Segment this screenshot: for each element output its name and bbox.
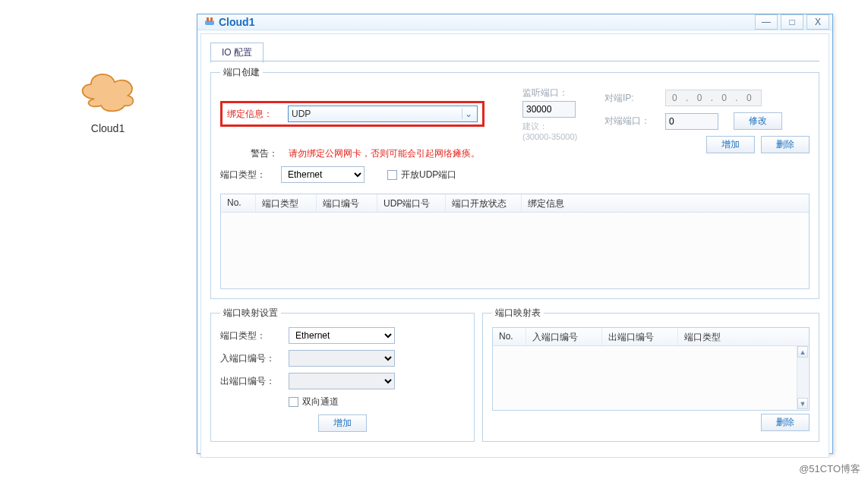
cloud-icon <box>74 65 142 112</box>
listen-port-label: 监听端口： <box>522 87 568 99</box>
svg-rect-1 <box>207 17 209 21</box>
col-udpnum[interactable]: UDP端口号 <box>377 194 446 212</box>
mcol-in[interactable]: 入端口编号 <box>526 328 602 345</box>
add-button[interactable]: 增加 <box>706 136 755 153</box>
peer-port-label: 对端端口： <box>604 115 665 128</box>
port-table-header: No. 端口类型 端口编号 UDP端口号 端口开放状态 绑定信息 <box>221 194 809 213</box>
out-port-select[interactable] <box>289 373 395 389</box>
peer-ip-value[interactable]: 0 . 0 . 0 . 0 <box>665 90 762 106</box>
svg-rect-2 <box>210 17 213 21</box>
fieldset-port-map-table: 端口映射表 No. 入端口编号 出端口编号 端口类型 ▲ ▼ 删除 <box>482 307 819 442</box>
map-port-type-label: 端口类型： <box>220 329 289 342</box>
col-openstat[interactable]: 端口开放状态 <box>446 194 522 212</box>
fieldset-port-map-set: 端口映射设置 端口类型： Ethernet 入端口编号： 出端口编号： <box>210 307 475 442</box>
legend-map-table: 端口映射表 <box>492 307 544 320</box>
open-udp-checkbox[interactable] <box>387 170 397 180</box>
delete-button[interactable]: 删除 <box>761 136 810 153</box>
warn-label: 警告： <box>251 147 289 160</box>
port-type-label: 端口类型： <box>220 169 281 181</box>
bind-info-label: 绑定信息： <box>227 108 288 121</box>
bind-info-highlight: 绑定信息： UDP ⌄ <box>220 101 485 127</box>
scrollbar[interactable]: ▲ ▼ <box>797 346 808 409</box>
col-no[interactable]: No. <box>221 194 256 212</box>
map-add-button[interactable]: 增加 <box>318 414 367 432</box>
maximize-button[interactable]: □ <box>781 14 803 30</box>
suggest-value: (30000-35000) <box>522 132 577 141</box>
modify-button[interactable]: 修改 <box>734 112 782 130</box>
bind-info-dropdown[interactable]: UDP ⌄ <box>288 106 478 122</box>
legend-port-create: 端口创建 <box>220 66 263 79</box>
bidir-checkbox[interactable] <box>289 397 298 407</box>
peer-port-input[interactable] <box>665 113 718 130</box>
col-num[interactable]: 端口编号 <box>317 194 377 212</box>
map-table-header: No. 入端口编号 出端口编号 端口类型 <box>493 328 809 346</box>
in-port-select[interactable] <box>289 350 395 367</box>
scroll-down-icon[interactable]: ▼ <box>797 398 808 409</box>
config-window: Cloud1 — □ X IO 配置 端口创建 绑定信息： UDP ⌄ <box>197 14 833 454</box>
map-table: No. 入端口编号 出端口编号 端口类型 ▲ ▼ <box>492 327 810 411</box>
minimize-button[interactable]: — <box>755 14 778 30</box>
out-port-label: 出端口编号： <box>220 375 289 388</box>
map-port-type-select[interactable]: Ethernet <box>289 327 395 344</box>
scroll-up-icon[interactable]: ▲ <box>797 346 808 358</box>
watermark: @51CTO博客 <box>799 462 860 476</box>
window-title: Cloud1 <box>219 16 752 28</box>
in-port-label: 入端口编号： <box>220 352 289 365</box>
close-button[interactable]: X <box>806 14 829 30</box>
listen-port-input[interactable] <box>522 101 576 118</box>
legend-map-set: 端口映射设置 <box>220 307 281 320</box>
open-udp-label: 开放UDP端口 <box>401 169 456 181</box>
suggest-label: 建议： <box>522 121 548 132</box>
cloud-label: Cloud1 <box>62 122 153 134</box>
port-table: No. 端口类型 端口编号 UDP端口号 端口开放状态 绑定信息 <box>220 194 810 289</box>
port-type-select[interactable]: Ethernet <box>281 166 365 183</box>
col-type[interactable]: 端口类型 <box>256 194 317 212</box>
bind-info-value: UDP <box>292 109 462 119</box>
map-delete-button[interactable]: 删除 <box>761 414 810 431</box>
titlebar[interactable]: Cloud1 — □ X <box>197 14 832 30</box>
cloud-node[interactable]: Cloud1 <box>62 65 153 134</box>
mcol-type[interactable]: 端口类型 <box>678 328 809 345</box>
chevron-down-icon: ⌄ <box>462 109 474 119</box>
col-bindinfo[interactable]: 绑定信息 <box>522 194 809 212</box>
bidir-label: 双向通道 <box>302 395 339 408</box>
mcol-no[interactable]: No. <box>493 328 526 345</box>
fieldset-port-create: 端口创建 绑定信息： UDP ⌄ 监听端口： <box>210 66 819 299</box>
mcol-out[interactable]: 出端口编号 <box>602 328 678 345</box>
warn-text: 请勿绑定公网网卡，否则可能会引起网络瘫痪。 <box>289 147 480 160</box>
peer-ip-label: 对端IP: <box>604 92 665 105</box>
app-icon <box>204 16 216 28</box>
tab-io-config[interactable]: IO 配置 <box>210 43 264 63</box>
svg-rect-0 <box>205 20 214 25</box>
